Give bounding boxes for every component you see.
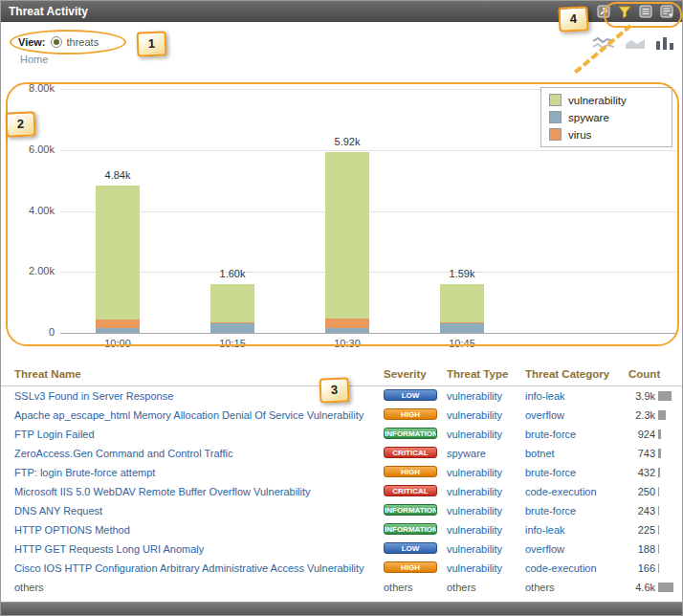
count-value: 250 [628, 486, 655, 497]
chart-bar[interactable] [325, 152, 369, 333]
threat-category[interactable]: info-leak [525, 390, 565, 402]
table-row: FTP Login Failed INFORMATIONAL vulnerabi… [1, 425, 683, 444]
threat-name[interactable]: HTTP GET Requests Long URI Anomaly [14, 543, 204, 555]
table-row: Apache ap_escape_html Memory Allocation … [1, 406, 683, 425]
maximize-icon[interactable] [596, 4, 611, 19]
widget-titlebar: Threat Activity [1, 1, 682, 22]
threat-category[interactable]: brute-force [525, 467, 576, 478]
bar-segment-spyware[interactable] [96, 328, 140, 333]
bar-segment-spyware[interactable] [210, 323, 254, 333]
threat-activity-widget: Threat Activity View: threats Home [0, 0, 683, 616]
threat-category[interactable]: overflow [525, 543, 564, 555]
count-value: 188 [628, 543, 655, 555]
count-value: 3.9k [628, 390, 655, 402]
threat-name[interactable]: Apache ap_escape_html Memory Allocation … [14, 409, 364, 421]
bar-segment-vulnerability[interactable] [440, 284, 484, 322]
severity-badge: HIGH [384, 408, 437, 420]
table-row: FTP: login Brute-force attempt HIGH vuln… [1, 463, 683, 482]
legend-item-spyware[interactable]: spyware [549, 111, 660, 123]
chart-legend: vulnerability spyware virus [540, 87, 672, 147]
bar-segment-spyware[interactable] [440, 323, 484, 333]
threat-category[interactable]: code-execution [525, 486, 597, 497]
threat-type[interactable]: vulnerability [447, 505, 502, 517]
severity-badge: INFORMATIONAL [384, 504, 437, 516]
table-row: HTTP GET Requests Long URI Anomaly LOW v… [1, 539, 683, 559]
threat-type[interactable]: vulnerability [447, 486, 502, 497]
threat-type[interactable]: vulnerability [447, 524, 502, 536]
y-axis-label: 6.00k [7, 143, 55, 155]
table-body: SSLv3 Found in Server Response LOW vulne… [1, 386, 683, 597]
severity-badge: LOW [384, 389, 437, 401]
chart-bar[interactable] [440, 284, 484, 333]
bar-segment-vulnerability[interactable] [210, 284, 254, 322]
count-value: 924 [628, 429, 655, 440]
legend-swatch [549, 128, 562, 141]
threat-type[interactable]: vulnerability [447, 543, 502, 555]
threat-type[interactable]: vulnerability [447, 562, 502, 574]
bar-value-label: 1.59k [405, 268, 519, 279]
threat-category[interactable]: brute-force [525, 429, 576, 440]
threat-name[interactable]: SSLv3 Found in Server Response [14, 390, 173, 402]
legend-label: virus [568, 129, 591, 141]
threat-name[interactable]: FTP: login Brute-force attempt [14, 467, 155, 478]
widget-footer [1, 602, 682, 615]
bar-segment-virus[interactable] [325, 319, 369, 328]
threat-category[interactable]: brute-force [525, 505, 576, 517]
view-option-label: threats [67, 36, 99, 48]
breadcrumb-home[interactable]: Home [20, 54, 48, 65]
severity-badge: INFORMATIONAL [384, 523, 437, 535]
threat-type[interactable]: vulnerability [447, 429, 502, 440]
legend-item-virus[interactable]: virus [549, 128, 660, 141]
severity-badge: CRITICAL [384, 447, 437, 458]
column-header-threat-name[interactable]: Threat Name [1, 368, 384, 380]
table-row: HTTP OPTIONS Method INFORMATIONAL vulner… [1, 520, 683, 539]
threat-name[interactable]: Microsoft IIS 5.0 WebDAV Remote Buffer O… [14, 486, 311, 497]
area-chart-icon[interactable] [625, 36, 646, 50]
column-header-severity[interactable]: Severity [384, 368, 447, 380]
bar-segment-spyware[interactable] [325, 328, 369, 333]
bar-segment-vulnerability[interactable] [96, 186, 140, 319]
bar-segment-vulnerability[interactable] [325, 152, 369, 319]
count-bar [658, 429, 661, 439]
threat-category[interactable]: overflow [525, 409, 564, 421]
chart-type-switcher [592, 36, 674, 50]
table-row: SSLv3 Found in Server Response LOW vulne… [1, 386, 683, 406]
threat-type[interactable]: vulnerability [447, 467, 502, 478]
severity-badge: HIGH [384, 561, 437, 573]
y-axis-label: 2.00k [7, 265, 55, 276]
count-bar [658, 449, 661, 458]
list-icon[interactable] [638, 4, 653, 19]
count-value: 743 [628, 448, 655, 459]
legend-item-vulnerability[interactable]: vulnerability [549, 94, 660, 106]
line-chart-icon[interactable] [592, 36, 615, 50]
threat-name[interactable]: DNS ANY Request [14, 505, 102, 517]
column-header-threat-type[interactable]: Threat Type [447, 368, 525, 380]
legend-swatch [549, 94, 562, 106]
severity-badge: LOW [384, 542, 437, 554]
threat-type[interactable]: vulnerability [447, 390, 502, 402]
threat-category[interactable]: info-leak [525, 524, 565, 536]
threat-name[interactable]: FTP Login Failed [14, 429, 95, 440]
export-icon[interactable] [659, 4, 674, 19]
threat-category[interactable]: code-execution [525, 562, 597, 574]
column-chart-icon[interactable] [655, 36, 674, 50]
column-header-threat-category[interactable]: Threat Category [525, 368, 628, 380]
threat-type[interactable]: vulnerability [447, 409, 502, 421]
filter-icon[interactable] [617, 4, 632, 19]
threat-name[interactable]: Cisco IOS HTTP Configuration Arbitrary A… [14, 562, 364, 574]
count-bar [658, 468, 660, 477]
threat-type[interactable]: spyware [447, 448, 486, 459]
bar-value-label: 4.84k [60, 169, 175, 181]
threat-category[interactable]: botnet [525, 448, 555, 459]
table-row: ZeroAccess.Gen Command and Control Traff… [1, 444, 683, 463]
chart-bar[interactable] [210, 284, 254, 333]
view-radio-threats[interactable] [51, 36, 62, 48]
threat-name[interactable]: ZeroAccess.Gen Command and Control Traff… [14, 448, 232, 459]
chart-bar[interactable] [96, 186, 140, 333]
radio-dot [54, 39, 59, 45]
severity-badge: HIGH [384, 466, 437, 477]
bar-segment-virus[interactable] [96, 319, 140, 328]
threat-name[interactable]: HTTP OPTIONS Method [14, 524, 130, 536]
column-header-count[interactable]: Count [628, 368, 683, 380]
annotation-callout-1: 1 [137, 31, 167, 56]
